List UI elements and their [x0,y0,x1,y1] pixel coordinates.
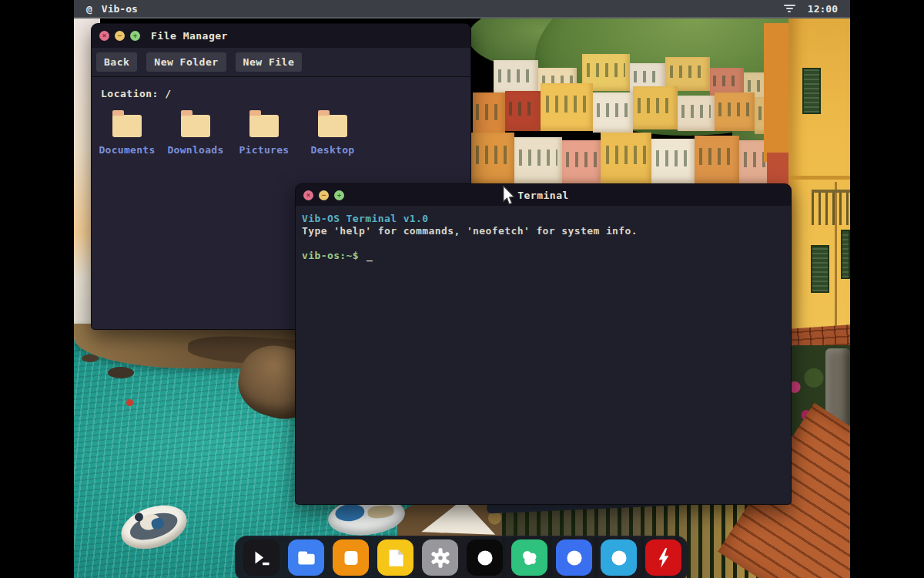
letterbox-left [0,0,74,578]
os-logo-icon[interactable]: @ [86,3,92,15]
os-name-label: Vib-os [102,3,138,15]
window-title: Terminal [517,190,569,201]
file-manager-toolbar: Back New Folder New File [92,48,470,77]
dock-blue-circle-app-icon[interactable] [556,539,592,576]
dock-settings-gear-icon[interactable] [422,539,458,576]
wallpaper-yellow-building [788,0,850,336]
terminal-titlebar[interactable]: × − + Terminal [296,184,791,206]
terminal-caret: _ [367,250,373,261]
new-folder-button[interactable]: New Folder [146,52,226,72]
desktop: @ Vib-os 12:00 × − + File Manager Back N… [74,0,850,578]
folder-icon [181,115,210,137]
terminal-help-line: Type 'help' for commands, 'neofetch' for… [302,225,785,237]
folder-icon [318,115,347,137]
dock-camera-icon[interactable] [467,539,503,576]
clock: 12:00 [808,3,838,15]
window-title: File Manager [151,30,228,42]
close-button[interactable]: × [99,31,109,41]
location-bar: Location: / [92,77,470,99]
close-button[interactable]: × [303,190,313,200]
folder-item-pictures[interactable]: Pictures [233,110,295,156]
new-file-button[interactable]: New File [236,52,303,72]
folder-item-desktop[interactable]: Desktop [302,110,363,156]
folder-grid: Documents Downloads Pictures Desktop [92,99,470,156]
menu-bar: @ Vib-os 12:00 [74,0,850,18]
folder-label: Downloads [167,144,223,156]
dock-notes-icon[interactable] [377,539,413,576]
dock-terminal-icon[interactable] [243,539,280,576]
folder-item-documents[interactable]: Documents [96,110,158,156]
minimize-button[interactable]: − [319,190,329,200]
folder-label: Documents [99,144,155,156]
minimize-button[interactable]: − [115,31,125,41]
terminal-banner-line: Vib-OS Terminal v1.0 [302,213,785,225]
folder-icon [112,115,142,137]
terminal-prompt-line: vib-os:~$_ [302,250,785,262]
terminal-prompt: vib-os:~$ [302,250,359,261]
back-button[interactable]: Back [96,52,137,72]
wifi-icon[interactable] [784,5,795,12]
letterbox-right [850,0,924,578]
terminal-output[interactable]: Vib-OS Terminal v1.0 Type 'help' for com… [296,206,791,269]
terminal-window: × − + Terminal Vib-OS Terminal v1.0 Type… [295,183,792,505]
folder-label: Pictures [239,144,289,156]
dock-orange-app-icon[interactable] [333,539,369,576]
maximize-button[interactable]: + [334,190,344,200]
mouse-cursor [502,185,516,209]
file-manager-titlebar[interactable]: × − + File Manager [92,24,470,48]
dock-power-bolt-icon[interactable] [645,539,681,576]
dock-green-blob-app-icon[interactable] [511,539,547,576]
dock-cyan-circle-app-icon[interactable] [601,539,637,576]
folder-icon [249,115,279,137]
maximize-button[interactable]: + [130,31,140,41]
dock-file-manager-icon[interactable] [288,539,324,576]
folder-label: Desktop [311,144,355,156]
folder-item-downloads[interactable]: Downloads [165,110,226,156]
dock [235,536,688,578]
